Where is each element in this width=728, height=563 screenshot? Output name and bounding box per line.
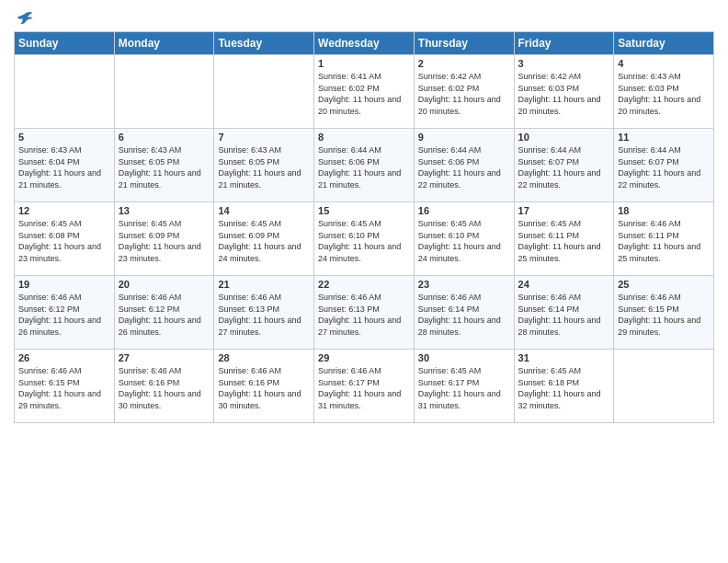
calendar-cell: 12Sunrise: 6:45 AM Sunset: 6:08 PM Dayli… — [15, 202, 115, 276]
day-info: Sunrise: 6:44 AM Sunset: 6:06 PM Dayligh… — [318, 144, 410, 190]
day-number: 16 — [418, 205, 510, 216]
calendar-cell — [15, 55, 115, 129]
day-info: Sunrise: 6:45 AM Sunset: 6:09 PM Dayligh… — [218, 218, 310, 264]
day-info: Sunrise: 6:44 AM Sunset: 6:07 PM Dayligh… — [518, 144, 610, 190]
day-number: 1 — [318, 58, 410, 69]
calendar-cell: 11Sunrise: 6:44 AM Sunset: 6:07 PM Dayli… — [614, 129, 714, 202]
logo — [14, 9, 34, 24]
day-info: Sunrise: 6:45 AM Sunset: 6:11 PM Dayligh… — [518, 218, 610, 264]
calendar-cell: 3Sunrise: 6:42 AM Sunset: 6:03 PM Daylig… — [514, 55, 614, 129]
day-info: Sunrise: 6:43 AM Sunset: 6:03 PM Dayligh… — [618, 71, 710, 117]
calendar-cell: 6Sunrise: 6:43 AM Sunset: 6:05 PM Daylig… — [114, 129, 214, 202]
day-number: 6 — [119, 132, 210, 143]
logo-bird-icon — [14, 9, 34, 29]
day-info: Sunrise: 6:43 AM Sunset: 6:05 PM Dayligh… — [218, 144, 310, 190]
day-number: 26 — [18, 352, 110, 363]
day-number: 9 — [418, 132, 510, 143]
calendar-cell: 14Sunrise: 6:45 AM Sunset: 6:09 PM Dayli… — [214, 202, 314, 276]
calendar-cell: 8Sunrise: 6:44 AM Sunset: 6:06 PM Daylig… — [314, 129, 415, 202]
day-info: Sunrise: 6:46 AM Sunset: 6:12 PM Dayligh… — [119, 292, 210, 338]
day-info: Sunrise: 6:45 AM Sunset: 6:08 PM Dayligh… — [18, 218, 110, 264]
calendar-cell — [214, 55, 314, 129]
weekday-header-wednesday: Wednesday — [314, 32, 415, 55]
day-number: 15 — [318, 205, 410, 216]
calendar-cell: 10Sunrise: 6:44 AM Sunset: 6:07 PM Dayli… — [514, 129, 614, 202]
calendar-cell: 21Sunrise: 6:46 AM Sunset: 6:13 PM Dayli… — [214, 276, 314, 350]
day-info: Sunrise: 6:45 AM Sunset: 6:18 PM Dayligh… — [518, 365, 610, 411]
weekday-header-tuesday: Tuesday — [214, 32, 314, 55]
week-row-5: 26Sunrise: 6:46 AM Sunset: 6:15 PM Dayli… — [15, 350, 714, 423]
calendar-cell — [614, 350, 714, 423]
day-info: Sunrise: 6:46 AM Sunset: 6:12 PM Dayligh… — [18, 292, 110, 338]
calendar-cell: 4Sunrise: 6:43 AM Sunset: 6:03 PM Daylig… — [614, 55, 714, 129]
calendar-cell: 5Sunrise: 6:43 AM Sunset: 6:04 PM Daylig… — [15, 129, 115, 202]
day-info: Sunrise: 6:46 AM Sunset: 6:17 PM Dayligh… — [318, 365, 410, 411]
day-number: 5 — [18, 132, 110, 143]
weekday-header-sunday: Sunday — [15, 32, 115, 55]
calendar-cell: 28Sunrise: 6:46 AM Sunset: 6:16 PM Dayli… — [214, 350, 314, 423]
day-number: 11 — [618, 132, 710, 143]
day-number: 20 — [119, 279, 210, 290]
page: SundayMondayTuesdayWednesdayThursdayFrid… — [0, 0, 728, 563]
calendar-cell: 9Sunrise: 6:44 AM Sunset: 6:06 PM Daylig… — [414, 129, 514, 202]
calendar-cell: 17Sunrise: 6:45 AM Sunset: 6:11 PM Dayli… — [514, 202, 614, 276]
day-number: 10 — [518, 132, 610, 143]
calendar-cell: 19Sunrise: 6:46 AM Sunset: 6:12 PM Dayli… — [15, 276, 115, 350]
day-info: Sunrise: 6:44 AM Sunset: 6:07 PM Dayligh… — [618, 144, 710, 190]
day-number: 27 — [119, 352, 210, 363]
day-info: Sunrise: 6:46 AM Sunset: 6:16 PM Dayligh… — [218, 365, 310, 411]
day-number: 25 — [618, 279, 710, 290]
calendar-cell: 30Sunrise: 6:45 AM Sunset: 6:17 PM Dayli… — [414, 350, 514, 423]
day-info: Sunrise: 6:46 AM Sunset: 6:16 PM Dayligh… — [119, 365, 210, 411]
day-info: Sunrise: 6:41 AM Sunset: 6:02 PM Dayligh… — [318, 71, 410, 117]
day-number: 30 — [418, 352, 510, 363]
week-row-3: 12Sunrise: 6:45 AM Sunset: 6:08 PM Dayli… — [15, 202, 714, 276]
weekday-header-saturday: Saturday — [614, 32, 714, 55]
calendar-cell: 16Sunrise: 6:45 AM Sunset: 6:10 PM Dayli… — [414, 202, 514, 276]
day-number: 13 — [119, 205, 210, 216]
weekday-header-monday: Monday — [114, 32, 214, 55]
day-number: 3 — [518, 58, 610, 69]
weekday-header-thursday: Thursday — [414, 32, 514, 55]
day-info: Sunrise: 6:45 AM Sunset: 6:10 PM Dayligh… — [318, 218, 410, 264]
calendar-cell: 31Sunrise: 6:45 AM Sunset: 6:18 PM Dayli… — [514, 350, 614, 423]
day-number: 29 — [318, 352, 410, 363]
day-info: Sunrise: 6:42 AM Sunset: 6:03 PM Dayligh… — [518, 71, 610, 117]
day-info: Sunrise: 6:46 AM Sunset: 6:14 PM Dayligh… — [418, 292, 510, 338]
calendar-table: SundayMondayTuesdayWednesdayThursdayFrid… — [14, 31, 714, 423]
calendar-cell: 29Sunrise: 6:46 AM Sunset: 6:17 PM Dayli… — [314, 350, 415, 423]
day-number: 2 — [418, 58, 510, 69]
calendar-cell: 13Sunrise: 6:45 AM Sunset: 6:09 PM Dayli… — [114, 202, 214, 276]
day-number: 18 — [618, 205, 710, 216]
day-number: 17 — [518, 205, 610, 216]
day-number: 12 — [18, 205, 110, 216]
week-row-2: 5Sunrise: 6:43 AM Sunset: 6:04 PM Daylig… — [15, 129, 714, 202]
day-number: 31 — [518, 352, 610, 363]
day-info: Sunrise: 6:43 AM Sunset: 6:05 PM Dayligh… — [119, 144, 210, 190]
calendar-cell: 26Sunrise: 6:46 AM Sunset: 6:15 PM Dayli… — [15, 350, 115, 423]
calendar-cell: 7Sunrise: 6:43 AM Sunset: 6:05 PM Daylig… — [214, 129, 314, 202]
day-info: Sunrise: 6:44 AM Sunset: 6:06 PM Dayligh… — [418, 144, 510, 190]
day-info: Sunrise: 6:46 AM Sunset: 6:15 PM Dayligh… — [18, 365, 110, 411]
calendar-cell: 15Sunrise: 6:45 AM Sunset: 6:10 PM Dayli… — [314, 202, 415, 276]
day-number: 21 — [218, 279, 310, 290]
day-info: Sunrise: 6:45 AM Sunset: 6:17 PM Dayligh… — [418, 365, 510, 411]
calendar-cell: 22Sunrise: 6:46 AM Sunset: 6:13 PM Dayli… — [314, 276, 415, 350]
calendar-cell: 20Sunrise: 6:46 AM Sunset: 6:12 PM Dayli… — [114, 276, 214, 350]
day-info: Sunrise: 6:46 AM Sunset: 6:15 PM Dayligh… — [618, 292, 710, 338]
day-number: 19 — [18, 279, 110, 290]
calendar-cell: 27Sunrise: 6:46 AM Sunset: 6:16 PM Dayli… — [114, 350, 214, 423]
week-row-1: 1Sunrise: 6:41 AM Sunset: 6:02 PM Daylig… — [15, 55, 714, 129]
day-info: Sunrise: 6:45 AM Sunset: 6:09 PM Dayligh… — [119, 218, 210, 264]
day-number: 23 — [418, 279, 510, 290]
day-number: 22 — [318, 279, 410, 290]
header — [14, 9, 714, 24]
day-number: 14 — [218, 205, 310, 216]
day-number: 28 — [218, 352, 310, 363]
day-info: Sunrise: 6:46 AM Sunset: 6:11 PM Dayligh… — [618, 218, 710, 264]
calendar-cell: 2Sunrise: 6:42 AM Sunset: 6:02 PM Daylig… — [414, 55, 514, 129]
calendar-cell — [114, 55, 214, 129]
day-number: 24 — [518, 279, 610, 290]
calendar-cell: 23Sunrise: 6:46 AM Sunset: 6:14 PM Dayli… — [414, 276, 514, 350]
day-number: 7 — [218, 132, 310, 143]
